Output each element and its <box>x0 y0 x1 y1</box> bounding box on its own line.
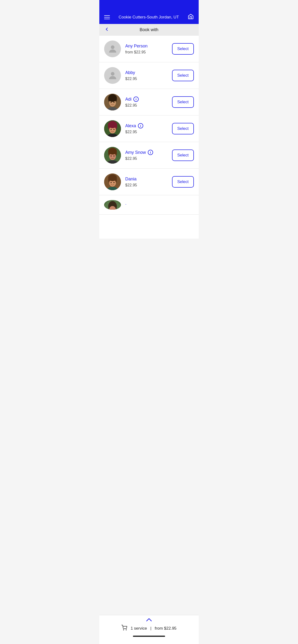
svg-point-23 <box>111 156 112 157</box>
person-info: · <box>121 202 194 208</box>
menu-button[interactable] <box>104 15 110 19</box>
person-name: · <box>125 202 194 207</box>
person-name: Amy Snow i <box>125 150 172 155</box>
header-title: Cookie Cutters-South Jordan, UT <box>110 15 188 20</box>
select-button[interactable]: Select <box>172 96 194 108</box>
person-price: $22.95 <box>125 130 172 134</box>
info-icon[interactable]: i <box>133 96 139 102</box>
svg-point-16 <box>113 129 114 130</box>
sub-header: Book with <box>99 24 199 36</box>
avatar <box>104 67 121 84</box>
person-price: $22.95 <box>125 156 172 161</box>
person-name: Abby <box>125 70 172 75</box>
person-info: Adi i $22.95 <box>121 96 172 108</box>
person-price: $22.95 <box>125 103 172 108</box>
list-item: Amy Snow i $22.95 Select <box>99 142 199 169</box>
person-info: Alexa i $22.95 <box>121 123 172 134</box>
list-item: Adi i $22.95 Select <box>99 89 199 116</box>
svg-point-8 <box>113 102 114 103</box>
svg-point-28 <box>108 174 117 181</box>
people-list: Any Person from $22.95 Select Abby $22.9… <box>99 36 199 238</box>
list-item: Dania $22.95 Select <box>99 169 199 195</box>
person-price: from $22.95 <box>125 50 172 54</box>
back-button[interactable] <box>104 26 109 33</box>
svg-point-0 <box>111 45 114 49</box>
person-info: Amy Snow i $22.95 <box>121 150 172 161</box>
list-item-partial: · <box>99 195 199 215</box>
header: Cookie Cutters-South Jordan, UT <box>99 10 199 24</box>
avatar <box>104 200 121 210</box>
person-name: Any Person <box>125 44 172 49</box>
avatar <box>104 120 121 137</box>
person-name: Adi i <box>125 96 172 102</box>
svg-point-24 <box>113 156 114 157</box>
avatar <box>104 94 121 110</box>
avatar <box>104 40 121 57</box>
person-name: Dania <box>125 176 172 182</box>
home-icon[interactable] <box>188 14 194 21</box>
status-bar <box>99 0 199 10</box>
person-price: $22.95 <box>125 77 172 81</box>
avatar <box>104 147 121 164</box>
page-title: Book with <box>104 27 194 32</box>
select-button[interactable]: Select <box>172 150 194 161</box>
person-info: Any Person from $22.95 <box>121 44 172 54</box>
svg-point-5 <box>108 94 117 102</box>
select-button[interactable]: Select <box>172 123 194 134</box>
person-info: Abby $22.95 <box>121 70 172 81</box>
svg-point-30 <box>111 182 112 183</box>
select-button[interactable]: Select <box>172 176 194 188</box>
list-item: Abby $22.95 Select <box>99 62 199 89</box>
svg-point-21 <box>108 148 117 154</box>
select-button[interactable]: Select <box>172 43 194 54</box>
list-item: Alexa i $22.95 Select <box>99 116 199 142</box>
person-price: $22.95 <box>125 183 172 187</box>
person-info: Dania $22.95 <box>121 176 172 187</box>
select-button[interactable]: Select <box>172 70 194 81</box>
svg-point-1 <box>111 72 114 76</box>
person-name: Alexa i <box>125 123 172 128</box>
svg-point-13 <box>108 121 117 128</box>
avatar <box>104 174 121 190</box>
info-icon[interactable]: i <box>138 123 143 128</box>
info-icon[interactable]: i <box>148 150 153 155</box>
list-item: Any Person from $22.95 Select <box>99 36 199 62</box>
svg-point-15 <box>111 129 112 130</box>
svg-point-7 <box>111 102 112 103</box>
svg-point-31 <box>113 182 114 183</box>
